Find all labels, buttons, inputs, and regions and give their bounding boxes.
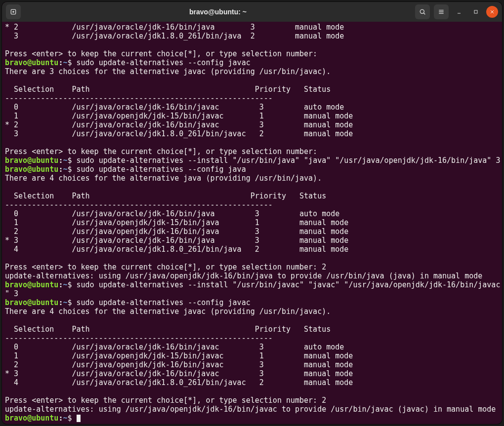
table-row: 2 /usr/java/openjdk/jdk-16/bin/java 3 ma… <box>5 227 348 236</box>
table-divider: ----------------------------------------… <box>5 334 273 343</box>
prompt-user: bravo@ubuntu <box>5 414 58 423</box>
output-line: There are 4 choices for the alternative … <box>5 307 331 316</box>
table-row: * 3 /usr/java/oracle/jdk-16/bin/java 3 m… <box>5 236 348 245</box>
new-tab-button[interactable] <box>6 4 21 19</box>
command-text: sudo update-alternatives --config java <box>77 165 246 174</box>
command-text: " 3 <box>5 289 18 298</box>
maximize-button[interactable] <box>469 5 482 18</box>
command-text: sudo update-alternatives --install "/usr… <box>77 280 501 289</box>
output-line: 3 /usr/java/oracle/jdk1.8.0_261/bin/java… <box>5 32 344 40</box>
table-row: 1 /usr/java/openjdk/jdk-15/bin/javac 1 m… <box>5 112 353 120</box>
prompt-user: bravo@ubuntu <box>5 298 58 307</box>
terminal-content[interactable]: * 2 /usr/java/oracle/jdk-16/bin/java 3 m… <box>2 22 502 424</box>
prompt-user: bravo@ubuntu <box>5 165 58 174</box>
output-line: Press <enter> to keep the current choice… <box>5 396 326 405</box>
prompt-dollar: $ <box>67 414 76 423</box>
output-line: Press <enter> to keep the current choice… <box>5 263 326 271</box>
table-row: * 3 /usr/java/oracle/jdk-16/bin/javac 3 … <box>5 369 353 378</box>
table-header: Selection Path Priority Status <box>5 325 331 334</box>
output-line: * 2 /usr/java/oracle/jdk-16/bin/java 3 m… <box>5 23 344 32</box>
table-row: * 2 /usr/java/oracle/jdk-16/bin/javac 3 … <box>5 120 353 129</box>
search-button[interactable] <box>415 4 430 19</box>
table-header: Selection Path Priority Status <box>5 85 331 94</box>
titlebar: bravo@ubuntu: ~ <box>2 2 502 22</box>
svg-point-3 <box>420 9 424 13</box>
prompt-user: bravo@ubuntu <box>5 58 58 67</box>
cursor-icon <box>77 415 81 422</box>
output-line: Press <enter> to keep the current choice… <box>5 147 322 156</box>
menu-button[interactable] <box>434 4 449 19</box>
table-row: 1 /usr/java/openjdk/jdk-15/bin/java 1 ma… <box>5 218 348 227</box>
command-text: sudo update-alternatives --install "/usr… <box>77 156 501 165</box>
window-title: bravo@ubuntu: ~ <box>25 8 411 16</box>
prompt-dollar: $ <box>67 165 76 174</box>
output-line: update-alternatives: using /usr/java/ope… <box>5 271 482 280</box>
table-divider: ----------------------------------------… <box>5 94 273 103</box>
table-header: Selection Path Priority Status <box>5 192 326 200</box>
table-row: 3 /usr/java/oracle/jdk1.8.0_261/bin/java… <box>5 129 353 138</box>
table-row: 1 /usr/java/openjdk/jdk-15/bin/javac 1 m… <box>5 351 353 360</box>
close-button[interactable] <box>486 6 498 18</box>
command-text: sudo update-alternatives --config javac <box>77 298 251 307</box>
output-line: Press <enter> to keep the current choice… <box>5 49 322 58</box>
table-divider: ----------------------------------------… <box>5 200 273 209</box>
prompt-user: bravo@ubuntu <box>5 156 58 165</box>
table-row: 2 /usr/java/openjdk/jdk-16/bin/javac 3 m… <box>5 360 353 369</box>
table-row: 4 /usr/java/oracle/jdk1.8.0_261/bin/java… <box>5 378 353 387</box>
svg-line-4 <box>423 13 425 14</box>
table-row: 4 /usr/java/oracle/jdk1.8.0_261/bin/java… <box>5 245 348 254</box>
prompt-dollar: $ <box>67 156 76 165</box>
prompt-dollar: $ <box>67 280 76 289</box>
output-line: update-alternatives: using /usr/java/ope… <box>5 405 496 414</box>
table-row: 0 /usr/java/oracle/jdk-16/bin/javac 3 au… <box>5 343 344 351</box>
output-line: There are 4 choices for the alternative … <box>5 174 322 183</box>
table-row: 0 /usr/java/oracle/jdk-16/bin/java 3 aut… <box>5 209 339 218</box>
terminal-window: bravo@ubuntu: ~ * 2 /usr/java/oracle/jdk… <box>2 2 502 424</box>
prompt-user: bravo@ubuntu <box>5 280 58 289</box>
minimize-button[interactable] <box>453 5 465 18</box>
prompt-dollar: $ <box>67 58 76 67</box>
svg-rect-9 <box>474 10 477 13</box>
table-row: 0 /usr/java/oracle/jdk-16/bin/javac 3 au… <box>5 103 344 112</box>
prompt-dollar: $ <box>67 298 76 307</box>
output-line: There are 3 choices for the alternative … <box>5 67 331 76</box>
command-text: sudo update-alternatives --config javac <box>77 58 251 67</box>
